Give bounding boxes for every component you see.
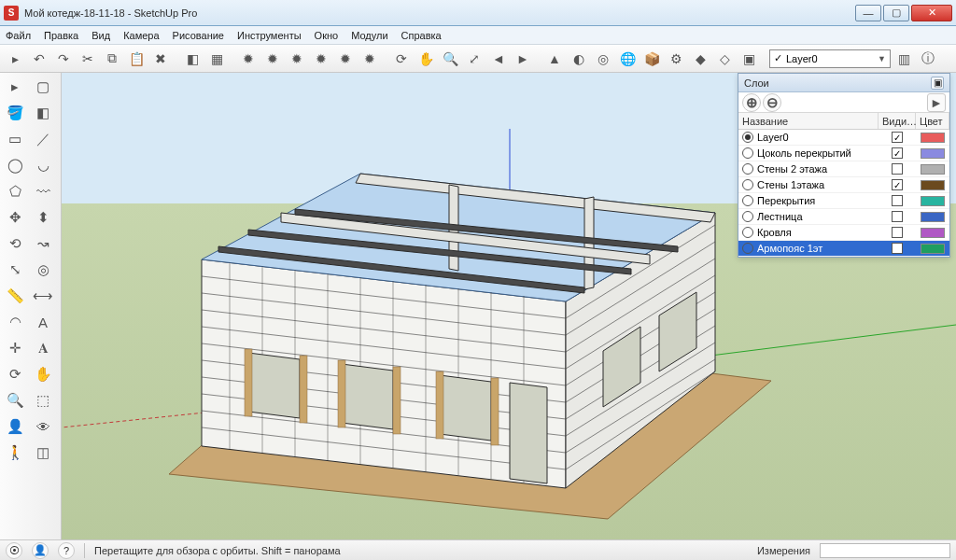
fav1-icon[interactable]: ✹ [237,48,260,70]
earth-icon[interactable]: 🌐 [616,48,639,70]
layer-row[interactable]: Перекрытия [738,193,949,209]
layer-name[interactable]: Стены 2 этажа [757,163,879,175]
layer-active-radio[interactable] [742,132,753,143]
polygon-tool-icon[interactable]: ⬠ [2,179,28,203]
menu-вид[interactable]: Вид [91,30,110,41]
orbit-tool-icon[interactable]: ⟳ [2,362,28,386]
layer-name[interactable]: Layer0 [757,132,879,143]
layer-color-swatch[interactable] [921,212,945,222]
layer-active-radio[interactable] [742,179,753,190]
layer-name[interactable]: Цоколь перекрытий [757,147,879,159]
layer-row[interactable]: Армопояс 1эт✓ [738,241,949,257]
minimize-button[interactable]: — [855,5,881,21]
walk-tool-icon[interactable]: 🚶 [2,441,28,465]
layer-name[interactable]: Перекрытия [757,195,879,206]
layers-header-name[interactable]: Название [738,113,879,129]
text-tool-icon[interactable]: A [30,310,56,334]
layer-visible-checkbox[interactable] [892,211,903,222]
layers-header-color[interactable]: Цвет [916,113,949,129]
layer-row[interactable]: Стены 2 этажа [738,161,949,177]
menu-модули[interactable]: Модули [351,30,387,41]
extra1-icon[interactable]: ◆ [689,48,711,70]
current-layer-select[interactable]: ✓Layer0▼ [769,49,891,68]
menu-справка[interactable]: Справка [401,30,442,41]
menu-камера[interactable]: Камера [123,30,159,41]
axes-tool-icon[interactable]: ✛ [2,336,28,360]
layer-row[interactable]: Layer0✓ [738,130,949,146]
cut-icon[interactable]: ✂ [77,48,99,70]
layer-name[interactable]: Армопояс 1эт [757,243,879,254]
layer-name[interactable]: Стены 1этажа [757,179,879,190]
layer-row[interactable]: Лестница [738,209,949,225]
layer-color-swatch[interactable] [921,164,945,175]
layer-active-radio[interactable] [742,163,753,175]
openbox-icon[interactable]: 📦 [640,48,663,70]
position-tool-icon[interactable]: 👤 [2,414,28,439]
rectangle-tool-icon[interactable]: ▭ [2,127,28,151]
followme-tool-icon[interactable]: ↝ [30,231,56,256]
layer-active-radio[interactable] [742,227,753,238]
measurements-input[interactable] [820,543,950,558]
protractor-tool-icon[interactable]: ◠ [2,310,28,334]
layer-color-swatch[interactable] [921,133,945,143]
layers-panel-close-icon[interactable]: ▣ [931,77,944,90]
layer-visible-checkbox[interactable]: ✓ [892,243,903,254]
menu-окно[interactable]: Окно [315,30,339,41]
layer-active-radio[interactable] [742,195,753,206]
prev-icon[interactable]: ◄ [487,48,510,70]
viewport-3d[interactable]: Слои ▣ ⊕ ⊖ ▸ Название Види… Цвет Layer0✓… [62,73,956,539]
iso-icon[interactable]: ▲ [543,48,566,70]
eraser-tool-icon[interactable]: ◧ [30,101,56,125]
fav6-icon[interactable]: ✹ [358,48,381,70]
menu-файл[interactable]: Файл [6,30,31,41]
dimension-tool-icon[interactable]: ⟷ [30,284,56,308]
paste-icon[interactable]: 📋 [125,48,148,70]
arc-tool-icon[interactable]: ◡ [30,153,56,177]
layer-color-swatch[interactable] [921,196,945,206]
layers-panel-title-bar[interactable]: Слои ▣ [738,74,949,92]
paint-tool-icon[interactable]: 🪣 [2,101,28,125]
component-tool-icon[interactable]: ▢ [30,75,56,99]
layers-header-visible[interactable]: Види… [879,113,916,129]
layer-visible-checkbox[interactable]: ✓ [892,147,903,159]
menu-рисование[interactable]: Рисование [173,30,224,41]
menu-инструменты[interactable]: Инструменты [237,30,302,41]
layer-color-swatch[interactable] [921,148,945,159]
orbit-icon[interactable]: ⟳ [390,48,413,70]
extra3-icon[interactable]: ▣ [738,48,760,70]
add-layer-icon[interactable]: ⊕ [742,93,761,112]
status-geo-icon[interactable]: ⦿ [6,542,22,559]
layer-row[interactable]: Кровля [738,225,949,241]
plugin-icon[interactable]: ⚙ [665,48,687,70]
layer-visible-checkbox[interactable]: ✓ [892,179,903,190]
section-tool-icon[interactable]: ◫ [30,441,56,465]
undo-icon[interactable]: ↶ [28,48,50,70]
layer-row[interactable]: Цоколь перекрытий✓ [738,146,949,161]
status-user-icon[interactable]: 👤 [32,542,49,559]
layer-manager-icon[interactable]: ▥ [893,48,915,70]
fav3-icon[interactable]: ✹ [286,48,308,70]
rotate-tool-icon[interactable]: ⟲ [2,231,28,256]
fav5-icon[interactable]: ✹ [334,48,357,70]
layers-menu-icon[interactable]: ▸ [927,93,946,112]
tape-tool-icon[interactable]: 📏 [2,284,28,308]
erase-icon[interactable]: ✖ [149,48,172,70]
copy-icon[interactable]: ⧉ [101,48,123,70]
layer-active-radio[interactable] [742,243,753,254]
offset-tool-icon[interactable]: ◎ [30,258,56,282]
layer-visible-checkbox[interactable] [892,163,903,175]
menu-правка[interactable]: Правка [44,30,78,41]
scale-tool-icon[interactable]: ⤡ [2,258,28,282]
extra2-icon[interactable]: ◇ [713,48,736,70]
fav4-icon[interactable]: ✹ [310,48,332,70]
select-tool-icon[interactable]: ▸ [2,75,28,99]
maximize-button[interactable]: ▢ [883,5,909,21]
redo-icon[interactable]: ↷ [52,48,75,70]
layer-color-swatch[interactable] [921,180,945,190]
remove-layer-icon[interactable]: ⊖ [763,93,781,112]
zoom-tool-icon[interactable]: 🔍 [2,388,28,413]
status-help-icon[interactable]: ? [58,542,75,559]
layers-panel[interactable]: Слои ▣ ⊕ ⊖ ▸ Название Види… Цвет Layer0✓… [738,73,950,258]
zoomwin-tool-icon[interactable]: ⬚ [30,388,56,413]
pushpull-tool-icon[interactable]: ⬍ [30,205,56,230]
